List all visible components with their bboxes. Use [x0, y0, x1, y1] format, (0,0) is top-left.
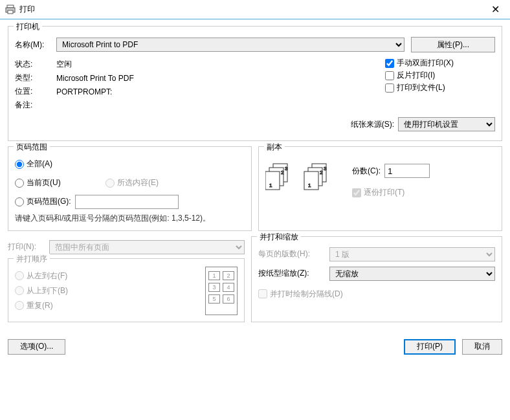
radio-all[interactable]: 全部(A): [15, 159, 245, 170]
printer-group: 打印机 名称(M): Microsoft Print to PDF 属性(P).…: [8, 26, 502, 141]
paper-source-label: 纸张来源(S):: [351, 119, 394, 130]
svg-text:1: 1: [269, 182, 272, 188]
range-hint: 请键入页码和/或用逗号分隔的页码范围(例如: 1,3,5-12)。: [15, 214, 245, 224]
status-value: 空闲: [56, 59, 72, 70]
page-range-group: 页码范围 全部(A) 当前页(U) 所选内容(E) 页码范围(G): 请键入页码…: [8, 146, 252, 231]
svg-rect-2: [8, 10, 13, 14]
radio-ttb: 从上到下(B): [15, 285, 205, 296]
location-label: 位置:: [15, 86, 56, 97]
range-legend: 页码范围: [14, 142, 50, 153]
printer-name-select[interactable]: Microsoft Print to PDF: [56, 38, 405, 52]
printer-legend: 打印机: [14, 21, 42, 32]
svg-text:2: 2: [320, 170, 323, 175]
svg-rect-0: [7, 5, 14, 8]
svg-rect-7: [265, 171, 280, 190]
type-value: Microsoft Print To PDF: [56, 74, 134, 83]
status-label: 状态:: [15, 59, 56, 70]
reverse-checkbox[interactable]: 反片打印(I): [385, 70, 495, 81]
order-legend: 并打顺序: [14, 254, 50, 265]
location-value: PORTPROMPT:: [56, 87, 112, 96]
radio-repeat: 重复(R): [15, 300, 205, 311]
titlebar: 打印 ✕: [0, 0, 510, 19]
copies-group: 副本 3 2 1 3 2 1: [258, 146, 502, 231]
cancel-button[interactable]: 取消: [462, 339, 502, 355]
svg-rect-13: [304, 171, 318, 190]
copies-label: 份数(C):: [352, 166, 381, 177]
collate-checkbox: 逐份打印(T): [352, 187, 430, 198]
window-title: 打印: [19, 4, 486, 15]
paper-source-select[interactable]: 使用打印机设置: [398, 117, 495, 131]
print-what-label: 打印(N):: [8, 241, 49, 252]
order-preview-icon: 12 34 56: [205, 267, 238, 315]
comment-label: 备注:: [15, 100, 56, 111]
options-button[interactable]: 选项(O)...: [8, 339, 65, 355]
scale-label: 按纸型缩放(Z):: [258, 268, 329, 279]
svg-text:3: 3: [285, 166, 288, 171]
copies-input[interactable]: [384, 164, 430, 178]
tofile-checkbox[interactable]: 打印到文件(L): [385, 82, 495, 93]
svg-text:2: 2: [281, 170, 284, 175]
radio-ltr: 从左到右(F): [15, 271, 205, 282]
pages-input[interactable]: [75, 195, 179, 209]
properties-button[interactable]: 属性(P)...: [411, 37, 495, 52]
close-button[interactable]: ✕: [486, 3, 505, 16]
svg-text:3: 3: [324, 166, 327, 171]
bottom-bar: 选项(O)... 打印(P) 取消: [0, 334, 510, 360]
copies-legend: 副本: [264, 142, 285, 153]
order-group: 并打顺序 从左到右(F) 从上到下(B) 重复(R) 12 34 56: [8, 258, 245, 322]
radio-pages[interactable]: 页码范围(G):: [15, 196, 71, 207]
name-label: 名称(M):: [15, 39, 56, 50]
print-what-select: 范围中所有页面: [49, 240, 245, 254]
svg-text:1: 1: [308, 182, 311, 188]
collate-diagram-icon: 3 2 1 3 2 1: [265, 161, 337, 193]
printer-icon: [5, 5, 16, 15]
scale-legend: 并打和缩放: [257, 232, 301, 243]
pps-label: 每页的版数(H):: [258, 249, 329, 260]
duplex-checkbox[interactable]: 手动双面打印(X): [385, 58, 495, 69]
print-button[interactable]: 打印(P): [404, 339, 456, 355]
scale-group: 并打和缩放 每页的版数(H): 1 版 按纸型缩放(Z): 无缩放 并打时绘制分…: [251, 236, 502, 322]
radio-current[interactable]: 当前页(U): [15, 177, 105, 188]
radio-selection: 所选内容(E): [105, 177, 159, 188]
scale-select[interactable]: 无缩放: [329, 267, 495, 281]
type-label: 类型:: [15, 72, 56, 83]
pps-select: 1 版: [329, 247, 495, 261]
border-checkbox: 并打时绘制分隔线(D): [258, 289, 495, 300]
